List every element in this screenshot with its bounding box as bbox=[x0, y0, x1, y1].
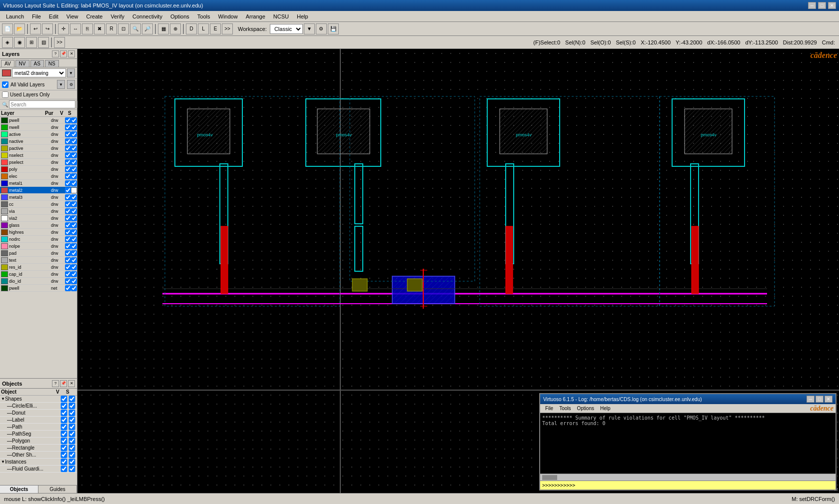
layer-tab-av[interactable]: AV bbox=[1, 60, 14, 67]
layer-selectable-check[interactable] bbox=[71, 236, 77, 242]
minimize-button[interactable]: ─ bbox=[808, 2, 816, 9]
objects-close-btn[interactable]: ✕ bbox=[68, 380, 75, 387]
menu-launch[interactable]: Launch bbox=[2, 12, 28, 20]
log-menu-options[interactable]: Options bbox=[574, 405, 597, 412]
layer-visible-check[interactable] bbox=[65, 250, 71, 256]
layer-selectable-check[interactable] bbox=[71, 201, 77, 207]
obj-selectable-check[interactable] bbox=[68, 431, 76, 437]
layer-row[interactable]: pwellnet bbox=[0, 285, 77, 292]
tb-ruler-btn[interactable]: ▦ bbox=[158, 23, 169, 34]
layer-selectable-check[interactable] bbox=[71, 250, 77, 256]
obj-selectable-check[interactable] bbox=[68, 410, 76, 416]
obj-selectable-check[interactable] bbox=[68, 403, 76, 409]
layer-visible-check[interactable] bbox=[65, 187, 71, 193]
object-row[interactable]: — Donut bbox=[0, 410, 77, 417]
obj-visible-check[interactable] bbox=[60, 431, 68, 437]
tb-copy-btn[interactable]: ⎘ bbox=[82, 23, 93, 34]
object-row[interactable]: — Polygon bbox=[0, 438, 77, 445]
layer-visible-check[interactable] bbox=[65, 208, 71, 214]
layer-row[interactable]: highresdrw bbox=[0, 229, 77, 236]
obj-visible-check[interactable] bbox=[60, 466, 68, 472]
layer-tab-nv[interactable]: NV bbox=[15, 60, 29, 67]
tab-guides[interactable]: Guides bbox=[38, 486, 77, 493]
tb-extract-btn[interactable]: E bbox=[210, 23, 221, 34]
menu-ncsu[interactable]: NCSU bbox=[269, 12, 293, 20]
layer-row[interactable]: nwelldrw bbox=[0, 124, 77, 131]
obj-selectable-check[interactable] bbox=[68, 459, 76, 465]
object-row[interactable]: ▼ Instances bbox=[0, 459, 77, 466]
layer-row[interactable]: cap_iddrw bbox=[0, 271, 77, 278]
log-scrollbar[interactable] bbox=[540, 474, 836, 481]
object-row[interactable]: — Rectangle bbox=[0, 445, 77, 452]
layer-row[interactable]: paddrw bbox=[0, 250, 77, 257]
obj-visible-check[interactable] bbox=[60, 424, 68, 430]
layer-selectable-check[interactable] bbox=[71, 180, 77, 186]
layer-row[interactable]: metal3drw bbox=[0, 194, 77, 201]
obj-selectable-check[interactable] bbox=[68, 424, 76, 430]
tb-delete-btn[interactable]: ✖ bbox=[94, 23, 105, 34]
layer-selectable-check[interactable] bbox=[71, 222, 77, 228]
layers-close-btn[interactable]: ✕ bbox=[68, 50, 75, 57]
layer-visible-check[interactable] bbox=[65, 180, 71, 186]
layer-selectable-check[interactable] bbox=[71, 117, 77, 123]
obj-visible-check[interactable] bbox=[60, 438, 68, 444]
layer-selectable-check[interactable] bbox=[71, 145, 77, 151]
menu-file[interactable]: File bbox=[28, 12, 45, 20]
layer-selectable-check[interactable] bbox=[71, 166, 77, 172]
layer-visible-check[interactable] bbox=[65, 124, 71, 130]
layer-selectable-check[interactable] bbox=[71, 159, 77, 165]
layer-visible-check[interactable] bbox=[65, 131, 71, 137]
workspace-select[interactable]: Classic bbox=[270, 24, 303, 34]
layer-row[interactable]: pwelldrw bbox=[0, 117, 77, 124]
object-row[interactable]: — Fluid Guardi... bbox=[0, 466, 77, 473]
tb-open-btn[interactable]: 📂 bbox=[14, 23, 25, 34]
layer-visible-check[interactable] bbox=[65, 243, 71, 249]
layer-row[interactable]: nactivedrw bbox=[0, 138, 77, 145]
object-row[interactable]: — Path bbox=[0, 424, 77, 431]
obj-visible-check[interactable] bbox=[60, 417, 68, 423]
tb2-select-btn[interactable]: ◈ bbox=[2, 37, 13, 48]
obj-selectable-check[interactable] bbox=[68, 396, 76, 402]
layer-visible-check[interactable] bbox=[65, 194, 71, 200]
tb-fit-btn[interactable]: ⊡ bbox=[118, 23, 129, 34]
obj-selectable-check[interactable] bbox=[68, 452, 76, 458]
layer-row[interactable]: metal2drw bbox=[0, 187, 77, 194]
tb-move-btn[interactable]: ↔ bbox=[70, 23, 81, 34]
layer-row[interactable]: glassdrw bbox=[0, 222, 77, 229]
layer-visible-check[interactable] bbox=[65, 201, 71, 207]
obj-visible-check[interactable] bbox=[60, 403, 68, 409]
layer-selectable-check[interactable] bbox=[71, 271, 77, 277]
layer-visible-check[interactable] bbox=[65, 271, 71, 277]
tb2-grid-btn[interactable]: ⊞ bbox=[26, 37, 37, 48]
layer-visible-check[interactable] bbox=[65, 117, 71, 123]
object-row[interactable]: — PathSeg bbox=[0, 431, 77, 438]
log-close-btn[interactable]: ✕ bbox=[825, 396, 833, 403]
menu-arrange[interactable]: Arrange bbox=[242, 12, 269, 20]
layer-selectable-check[interactable] bbox=[71, 243, 77, 249]
menu-help[interactable]: Help bbox=[293, 12, 312, 20]
layer-name-select[interactable]: metal2 drawing bbox=[12, 68, 66, 77]
tb-ws-save[interactable]: 💾 bbox=[328, 23, 339, 34]
object-row[interactable]: ▼ Shapes bbox=[0, 396, 77, 403]
layer-row[interactable]: metal1drw bbox=[0, 180, 77, 187]
menu-view[interactable]: View bbox=[62, 12, 82, 20]
layer-row[interactable]: textdrw bbox=[0, 257, 77, 264]
close-button[interactable]: ✕ bbox=[828, 2, 836, 9]
tb2-ruler2-btn[interactable]: ◉ bbox=[14, 37, 25, 48]
obj-selectable-check[interactable] bbox=[68, 417, 76, 423]
menu-connectivity[interactable]: Connectivity bbox=[128, 12, 166, 20]
layer-selectable-check[interactable] bbox=[71, 229, 77, 235]
obj-expand-arrow[interactable]: ▼ bbox=[1, 397, 5, 401]
valid-layers-check[interactable] bbox=[2, 81, 8, 88]
layer-row[interactable]: ccdrw bbox=[0, 201, 77, 208]
log-window[interactable]: Virtuoso 6.1.5 - Log: /home/bertas/CDS.l… bbox=[539, 393, 837, 491]
layer-row[interactable]: pselectdrw bbox=[0, 159, 77, 166]
log-minimize-btn[interactable]: ─ bbox=[807, 396, 815, 403]
used-layers-label[interactable]: Used Layers Only bbox=[2, 91, 49, 98]
layer-row[interactable]: activedrw bbox=[0, 131, 77, 138]
object-row[interactable]: — Circle/Elli... bbox=[0, 403, 77, 410]
layer-tab-as[interactable]: AS bbox=[30, 60, 44, 67]
layer-selectable-check[interactable] bbox=[71, 215, 77, 221]
canvas-area[interactable]: pmos4v pmos4v pmos4v pmos4v bbox=[77, 49, 839, 493]
tb-redo-btn[interactable]: ↪ bbox=[42, 23, 53, 34]
